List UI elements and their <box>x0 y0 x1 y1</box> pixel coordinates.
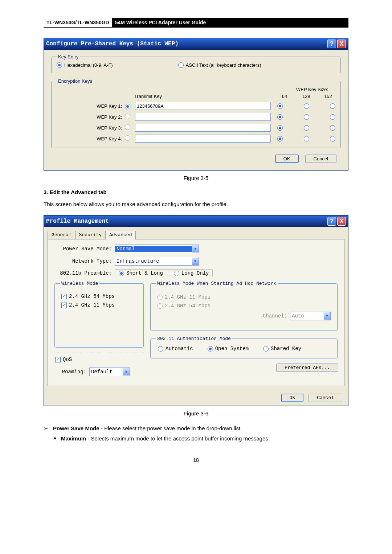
channel-label: Channel: <box>263 313 287 319</box>
checkbox-icon <box>55 357 61 362</box>
size-radio[interactable] <box>304 125 309 131</box>
ok-button[interactable]: OK <box>281 394 304 402</box>
wep-row-2: WEP Key 2: <box>57 113 335 121</box>
key-entry-legend: Key Entry <box>57 54 80 59</box>
preferred-aps-button[interactable]: Preferred APs... <box>276 364 338 372</box>
checkbox-icon <box>61 303 67 308</box>
wep-title: Configure Pre-Shared Keys (Static WEP) <box>46 41 326 47</box>
radio-icon <box>174 271 179 276</box>
wep-titlebar[interactable]: Configure Pre-Shared Keys (Static WEP) ?… <box>44 38 348 50</box>
size-radio[interactable] <box>330 103 335 109</box>
checkbox-icon <box>61 294 67 299</box>
nettype-label: Network Type: <box>54 258 115 264</box>
transmit-radio-2[interactable] <box>125 114 130 119</box>
size-64: 64 <box>277 94 292 99</box>
radio-icon <box>158 346 163 352</box>
figure-3-5-caption: Figure 3-5 <box>44 175 348 181</box>
adhoc-mode-group: Wireless Mode When Starting Ad Hoc Netwo… <box>150 281 338 331</box>
qos-checkbox[interactable]: QoS <box>54 353 144 366</box>
wm-11[interactable]: 2.4 GHz 11 Mbps <box>61 302 137 308</box>
cancel-button[interactable]: Cancel <box>305 155 336 163</box>
ok-button[interactable]: OK <box>275 155 299 163</box>
roaming-label: Roaming: <box>54 369 89 375</box>
nettype-select[interactable]: Infrastructure ▼ <box>115 257 199 266</box>
bullet-psm: Power Save Mode - Please select the powe… <box>44 424 348 443</box>
bullet-list: Power Save Mode - Please select the powe… <box>44 424 348 443</box>
size-radio[interactable] <box>277 103 283 109</box>
bullet-maximum: Maximum - Selects maximum mode to let th… <box>53 435 348 443</box>
channel-select: Auto ▼ <box>290 312 331 320</box>
psm-select[interactable]: Normal ▼ <box>115 245 199 253</box>
chevron-down-icon: ▼ <box>192 258 199 265</box>
cancel-button[interactable]: Cancel <box>309 394 342 402</box>
wep-row-4: WEP Key 4: <box>57 135 335 143</box>
page-number: 18 <box>44 457 348 463</box>
auth-mode-group: 802.11 Authentication Mode Automatic Ope… <box>150 336 338 358</box>
chevron-down-icon: ▼ <box>324 312 330 320</box>
doc-model: TL-WN350G/TL-WN350GD <box>44 18 112 27</box>
size-152: 152 <box>321 94 335 99</box>
help-icon[interactable]: ? <box>327 217 336 226</box>
auth-shared[interactable]: Shared Key <box>263 346 301 352</box>
pm-titlebar[interactable]: Profile Management ? X <box>44 216 348 227</box>
size-radio[interactable] <box>304 114 309 120</box>
size-radio[interactable] <box>304 136 309 141</box>
transmit-key-label: Transmit Key <box>57 94 166 99</box>
help-icon[interactable]: ? <box>327 40 336 48</box>
wep-key-2-input[interactable] <box>135 113 271 121</box>
transmit-radio-4[interactable] <box>125 135 130 141</box>
size-radio[interactable] <box>277 114 283 120</box>
tab-security[interactable]: Security <box>75 231 106 239</box>
tab-advanced[interactable]: Advanced <box>105 231 136 239</box>
wireless-mode-group: Wireless Mode 2.4 GHz 54 Mbps 2.4 GHz 11… <box>54 281 144 348</box>
figure-3-6-caption: Figure 3-6 <box>44 410 348 416</box>
radio-icon <box>57 62 62 68</box>
radio-icon <box>157 303 163 309</box>
roaming-select[interactable]: Default ▼ <box>89 368 130 376</box>
wep-key-1-input[interactable] <box>135 102 271 110</box>
size-radio[interactable] <box>277 136 283 141</box>
encryption-keys-group: Encryption Keys WEP Key Size: Transmit K… <box>51 78 341 148</box>
radio-icon <box>157 295 163 300</box>
size-radio[interactable] <box>277 125 283 131</box>
close-icon[interactable]: X <box>337 40 346 48</box>
close-icon[interactable]: X <box>337 217 346 226</box>
wep-key-4-input[interactable] <box>135 135 271 143</box>
wep-size-label: WEP Key Size: <box>57 87 335 92</box>
profile-management-dialog: Profile Management ? X General Security … <box>44 215 348 406</box>
size-128: 128 <box>299 94 314 99</box>
doc-header: TL-WN350G/TL-WN350GD 54M Wireless PCI Ad… <box>44 18 348 28</box>
preamble-long-only[interactable]: Long Only <box>174 270 209 276</box>
size-radio[interactable] <box>330 125 335 131</box>
wep-dialog: Configure Pre-Shared Keys (Static WEP) ?… <box>44 38 348 171</box>
wep-key-3-input[interactable] <box>135 124 271 132</box>
wep-row-1: WEP Key 1: <box>57 102 335 110</box>
section-3-title: 3. Edit the Advanced tab <box>44 189 348 195</box>
adhoc-54: 2.4 GHz 54 Mbps <box>157 303 331 309</box>
auth-open[interactable]: Open System <box>208 346 249 352</box>
radio-icon <box>208 346 213 352</box>
transmit-radio-1[interactable] <box>125 104 130 109</box>
key-entry-group: Key Entry Hexadecimal (0-9, A-F) ASCII T… <box>51 54 341 73</box>
radio-icon <box>119 271 124 276</box>
pm-title: Profile Management <box>46 218 326 225</box>
adhoc-11: 2.4 GHz 11 Mbps <box>157 294 331 300</box>
preamble-label: 802.11b Preamble: <box>54 270 115 276</box>
radio-ascii[interactable]: ASCII Text (all keyboard characters) <box>178 62 261 68</box>
wep-row-3: WEP Key 3: <box>57 124 335 132</box>
radio-hex[interactable]: Hexadecimal (0-9, A-F) <box>57 62 113 68</box>
encryption-keys-legend: Encryption Keys <box>57 78 94 84</box>
preamble-short-long[interactable]: Short & Long <box>119 270 163 276</box>
transmit-radio-3[interactable] <box>125 124 130 130</box>
auth-auto[interactable]: Automatic <box>158 346 193 352</box>
wm-54[interactable]: 2.4 GHz 54 Mbps <box>61 294 137 299</box>
size-radio[interactable] <box>330 136 335 141</box>
radio-icon <box>263 346 269 352</box>
size-radio[interactable] <box>330 114 335 120</box>
tab-general[interactable]: General <box>48 231 75 239</box>
chevron-down-icon: ▼ <box>192 245 199 253</box>
section-3-para: This screen below allows you to make adv… <box>44 200 348 208</box>
size-radio[interactable] <box>304 103 309 109</box>
chevron-down-icon: ▼ <box>123 368 130 376</box>
doc-title: 54M Wireless PCI Adapter User Guide <box>112 18 348 27</box>
